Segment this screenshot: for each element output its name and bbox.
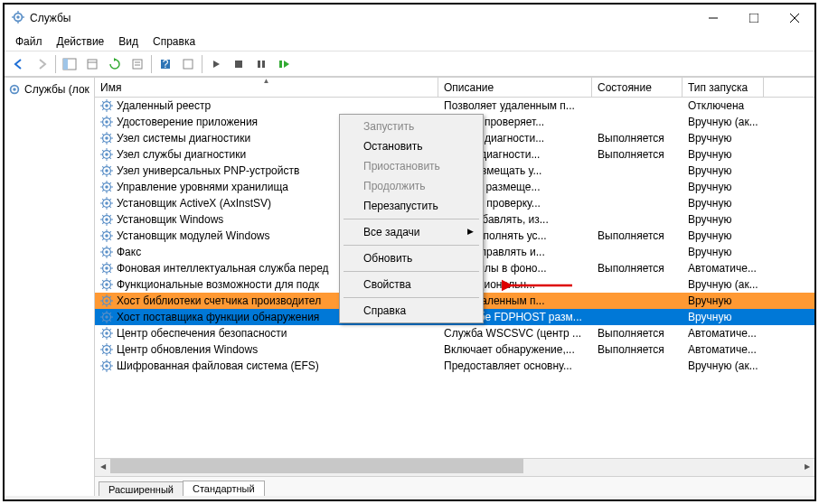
col-name[interactable]: Имя▲ [95,78,438,97]
col-state[interactable]: Состояние [592,78,682,97]
service-row[interactable]: Центр обеспечения безопасностиСлужба WSC… [95,325,814,341]
horizontal-scrollbar[interactable]: ◀ ▶ [95,458,814,473]
service-icon [100,278,113,291]
ctx-help[interactable]: Справка [342,301,481,321]
svg-line-185 [109,345,111,347]
svg-line-145 [109,280,111,282]
service-icon [100,99,113,112]
ctx-all-tasks[interactable]: Все задачи▶ [342,222,481,242]
service-row[interactable]: Шифрованная файловая система (EFS)Предос… [95,358,814,374]
svg-line-95 [109,199,111,201]
titlebar: Службы [5,5,814,32]
service-icon [100,164,113,177]
ctx-restart[interactable]: Перезапустить [342,196,481,216]
stop-service-button[interactable] [228,53,249,75]
svg-line-196 [102,369,104,370]
scroll-thumb[interactable] [110,459,523,473]
svg-point-68 [105,169,108,173]
pause-service-button[interactable] [250,53,272,75]
service-start: Автоматиче... [682,262,764,275]
restart-service-button[interactable] [273,53,295,75]
tab-extended[interactable]: Расширенный [99,481,184,496]
maximize-button[interactable] [733,5,774,32]
service-start: Вручную [682,311,764,323]
toolbar: ? [5,51,814,77]
service-name: Функциональные возможности для подк [117,278,319,291]
svg-line-115 [109,231,111,233]
minimize-button[interactable] [692,5,733,32]
scroll-right-button[interactable]: ▶ [799,459,814,474]
forward-button[interactable] [31,53,52,75]
service-icon [100,294,113,307]
service-start: Вручную [682,294,764,307]
service-desc: Позволяет удаленным п... [438,99,592,112]
service-start: Вручную (ак... [682,116,764,128]
service-name: Шифрованная файловая система (EFS) [117,359,319,372]
service-state: Выполняется [592,262,682,275]
tab-standard[interactable]: Стандартный [183,481,265,496]
tree-pane: Службы (лок [5,78,95,496]
tree-root-services[interactable]: Службы (лок [6,81,92,98]
refresh-button[interactable] [104,53,126,75]
close-button[interactable] [774,5,814,32]
menu-action[interactable]: Действие [52,33,110,50]
col-startup[interactable]: Тип запуска [682,78,764,97]
svg-line-45 [109,117,111,119]
svg-line-36 [102,108,104,110]
service-start: Автоматиче... [682,343,764,356]
svg-line-163 [102,313,104,314]
menu-file[interactable]: Файл [10,33,48,50]
menu-view[interactable]: Вид [113,33,144,50]
service-icon [100,311,113,323]
service-state: Выполняется [592,132,682,145]
help2-button[interactable] [177,53,199,75]
svg-point-138 [105,283,108,286]
svg-point-38 [105,120,108,124]
svg-line-85 [109,182,111,184]
svg-line-156 [102,303,104,305]
services-icon [12,11,24,26]
start-service-button[interactable] [205,53,227,75]
svg-text:?: ? [163,58,169,70]
scroll-left-button[interactable]: ◀ [95,459,110,474]
service-start: Отключена [682,99,764,112]
svg-line-54 [109,141,111,143]
service-row[interactable]: Центр обновления WindowsВключает обнаруж… [95,341,814,358]
help-button[interactable]: ? [155,53,176,75]
service-start: Вручную (ак... [682,359,764,372]
service-row[interactable]: Удаленный реестрПозволяет удаленным п...… [95,98,814,114]
ctx-start[interactable]: Запустить [342,117,481,136]
service-name: Центр обеспечения безопасности [117,327,287,340]
svg-line-73 [102,166,104,168]
ctx-properties[interactable]: Свойства [342,275,481,294]
svg-line-43 [102,117,104,119]
menu-help[interactable]: Справка [147,33,201,50]
ctx-stop[interactable]: Остановить [342,136,481,156]
svg-line-153 [102,296,104,298]
service-icon [100,197,113,210]
properties-button[interactable] [127,53,148,75]
show-hide-tree-button[interactable] [59,53,80,75]
svg-line-136 [102,271,104,273]
svg-line-33 [102,101,104,103]
ctx-resume[interactable]: Продолжить [342,176,481,196]
statusbar [5,496,814,499]
ctx-pause[interactable]: Приостановить [342,156,481,176]
export-button[interactable] [81,53,103,75]
submenu-arrow-icon: ▶ [467,227,474,236]
svg-line-195 [109,361,111,363]
svg-line-34 [109,108,111,110]
service-start: Вручную [682,148,764,161]
service-name: Управление уровнями хранилища [117,181,288,193]
col-description[interactable]: Описание [438,78,592,97]
back-button[interactable] [8,53,30,75]
svg-point-168 [105,331,108,335]
service-name: Центр обновления Windows [117,343,258,356]
service-name: Узел службы диагностики [117,148,246,161]
service-start: Вручную [682,213,764,226]
ctx-refresh[interactable]: Обновить [342,248,481,268]
svg-line-143 [102,280,104,282]
grid-body[interactable]: Запустить Остановить Приостановить Продо… [95,98,814,458]
svg-line-123 [102,247,104,249]
service-desc: Включает обнаружение,... [438,343,592,356]
